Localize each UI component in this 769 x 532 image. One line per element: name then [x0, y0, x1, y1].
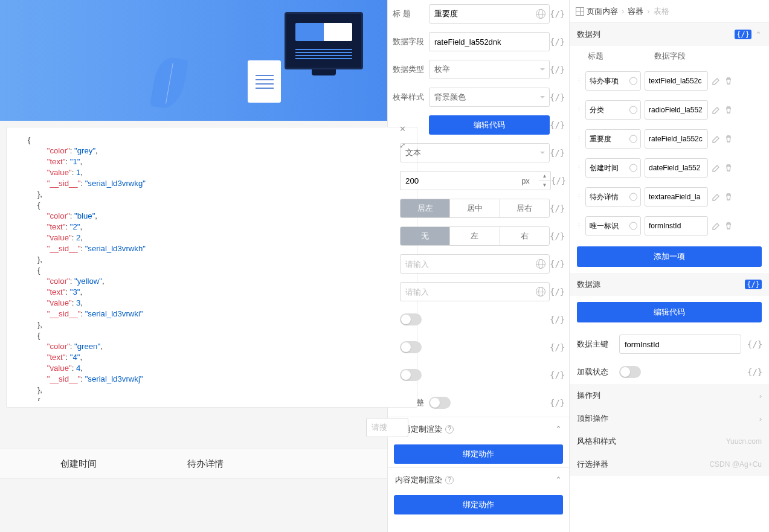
fx-toggle[interactable]: {/}	[550, 148, 564, 158]
fx-toggle[interactable]: {/}	[551, 176, 565, 185]
add-item-button[interactable]: 添加一项	[577, 246, 762, 267]
fx-toggle[interactable]: {/}	[747, 339, 762, 349]
globe-icon[interactable]	[629, 193, 637, 201]
fx-toggle[interactable]: {/}	[550, 315, 564, 324]
text-type-select[interactable]: 文本	[400, 143, 550, 162]
fx-toggle[interactable]: {/}	[550, 204, 564, 213]
style-section[interactable]: 风格和样式 Yuucn.com	[570, 430, 769, 453]
delete-icon[interactable]	[724, 163, 733, 173]
lock-none[interactable]: 无	[401, 227, 450, 245]
table-search-input[interactable]: 请搜	[366, 418, 408, 437]
help-icon[interactable]: ?	[445, 476, 454, 484]
toggle-3[interactable]	[400, 369, 422, 381]
breadcrumb: 页面内容 › 容器 › 表格	[570, 0, 769, 23]
lock-left[interactable]: 左	[450, 227, 500, 245]
col-width-toggle[interactable]	[429, 397, 451, 409]
fx-toggle[interactable]: {/}	[550, 370, 564, 380]
fx-toggle[interactable]: {/}	[550, 92, 564, 102]
section-content-render[interactable]: 内容定制渲染 ? ⌃	[388, 467, 569, 492]
text-input-1[interactable]	[400, 254, 550, 274]
fx-toggle[interactable]: {/}	[550, 65, 564, 74]
align-left[interactable]: 居左	[401, 199, 450, 217]
delete-icon[interactable]	[724, 192, 733, 202]
globe-icon[interactable]	[629, 77, 637, 85]
globe-icon[interactable]	[629, 164, 637, 172]
toggle-1[interactable]	[400, 313, 422, 325]
fx-toggle[interactable]: {/}	[550, 342, 564, 352]
fx-toggle[interactable]: {/}	[550, 37, 564, 46]
edit-icon[interactable]	[712, 134, 721, 144]
drag-handle-icon[interactable]: ⋮⋮	[576, 224, 582, 228]
delete-icon[interactable]	[724, 105, 733, 115]
edit-icon[interactable]	[712, 192, 721, 202]
globe-icon[interactable]	[536, 287, 545, 296]
enum-style-select[interactable]: 背景颜色	[429, 88, 550, 107]
drag-handle-icon[interactable]: ⋮⋮	[576, 195, 582, 199]
code-body[interactable]: { "color": "grey", "text": "1", "value":…	[28, 135, 405, 401]
col-field-input[interactable]	[645, 100, 708, 120]
width-number[interactable]	[400, 171, 512, 190]
drag-handle-icon[interactable]: ⋮⋮	[576, 166, 582, 170]
pk-input[interactable]	[619, 335, 741, 354]
edit-icon[interactable]	[712, 76, 721, 86]
lock-segment[interactable]: 无 左 右	[400, 226, 550, 246]
op-col-section[interactable]: 操作列›	[570, 384, 769, 407]
fx-toggle[interactable]: {/}	[550, 120, 564, 130]
title-input[interactable]	[429, 4, 550, 24]
lock-right[interactable]: 右	[500, 227, 549, 245]
fx-toggle[interactable]: {/}	[550, 398, 564, 408]
section-title-render[interactable]: 标题定制渲染 ? ⌃	[388, 417, 569, 441]
fx-toggle[interactable]: {/}	[747, 367, 762, 377]
delete-icon[interactable]	[724, 221, 733, 231]
fx-toggle[interactable]: {/}	[550, 259, 564, 269]
bind-action-button-2[interactable]: 绑定动作	[394, 495, 563, 514]
align-segment[interactable]: 居左 居中 居右	[400, 199, 550, 218]
close-icon[interactable]: ✕	[399, 124, 406, 133]
edit-icon[interactable]	[712, 163, 721, 173]
delete-icon[interactable]	[724, 134, 733, 144]
col-field-input[interactable]	[645, 158, 708, 178]
width-input[interactable]: px ▲▼	[400, 171, 551, 190]
align-right[interactable]: 居右	[500, 199, 549, 217]
stepper-up-icon[interactable]: ▲	[539, 171, 550, 181]
data-type-select[interactable]: 枚举	[429, 60, 550, 79]
edit-code-button-2[interactable]: 编辑代码	[577, 302, 762, 322]
unit-selector[interactable]: px	[512, 171, 539, 190]
drag-handle-icon[interactable]: ⋮⋮	[576, 108, 582, 112]
globe-icon[interactable]	[629, 222, 637, 230]
bind-action-button[interactable]: 绑定动作	[394, 444, 563, 464]
drag-handle-icon[interactable]: ⋮⋮	[576, 79, 582, 83]
globe-icon[interactable]	[629, 106, 637, 114]
col-header-created: 创建时间	[60, 458, 97, 470]
fx-toggle[interactable]: {/}	[550, 9, 564, 19]
edit-icon[interactable]	[712, 221, 721, 231]
fx-toggle[interactable]: {/}	[550, 231, 564, 241]
top-op-section[interactable]: 顶部操作›	[570, 407, 769, 430]
data-field-input[interactable]	[429, 32, 550, 51]
breadcrumb-page-content[interactable]: 页面内容	[576, 6, 618, 17]
fx-chip[interactable]: {/}	[735, 30, 751, 39]
load-state-toggle[interactable]	[619, 366, 641, 378]
help-icon[interactable]: ?	[445, 425, 454, 434]
edit-icon[interactable]	[712, 105, 721, 115]
breadcrumb-container[interactable]: 容器	[628, 6, 643, 17]
edit-code-button[interactable]: 编辑代码	[429, 115, 550, 135]
globe-icon[interactable]	[629, 135, 637, 143]
col-field-input[interactable]	[645, 216, 708, 236]
col-field-input[interactable]	[645, 187, 708, 207]
data-columns-section[interactable]: 数据列 {/} ⌃	[570, 23, 769, 46]
delete-icon[interactable]	[724, 76, 733, 86]
stepper-down-icon[interactable]: ▼	[539, 181, 550, 190]
text-input-2[interactable]	[400, 282, 550, 301]
globe-icon[interactable]	[536, 9, 545, 19]
row-selector-section[interactable]: 行选择器 CSDN @Ag+Cu	[570, 453, 769, 476]
fx-chip[interactable]: {/}	[745, 280, 762, 289]
toggle-2[interactable]	[400, 341, 422, 353]
col-field-input[interactable]	[645, 71, 708, 91]
align-center[interactable]: 居中	[450, 199, 500, 217]
globe-icon[interactable]	[536, 259, 545, 269]
data-source-section[interactable]: 数据源 {/}	[570, 273, 769, 296]
col-field-input[interactable]	[645, 129, 708, 149]
drag-handle-icon[interactable]: ⋮⋮	[576, 137, 582, 141]
fx-toggle[interactable]: {/}	[550, 287, 564, 296]
